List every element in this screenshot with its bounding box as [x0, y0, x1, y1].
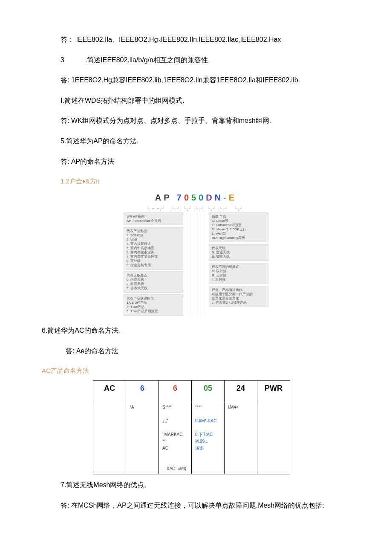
ap-left-box-3: 代表产品演进换代 1/01: 2代产品 3: 11ac产品 5: 11ac产品升… — [124, 294, 183, 316]
ac-c-0 — [93, 402, 126, 474]
ac-h-4: 24 — [225, 381, 257, 402]
ac-subheading: AC产品命名方法 — [42, 366, 350, 376]
ap-left-column: WR AP系列 AP：Enterprise 企业网 代表产品形态: 2: SOH… — [124, 212, 183, 317]
ac-h-5: PWR — [257, 381, 290, 402]
ac-c-3-text: **** 0-ffM*-KAC 8,下TtAC M.09... 遹邯 — [195, 405, 216, 450]
question-7: 7.简述无线Mesh网络的优点。 — [42, 479, 350, 491]
ap-right-column: 后缀 可选 C: Cloud云 E: Enhanced增强型 M: Mean-T… — [209, 212, 268, 317]
ac-h-0: AC — [93, 381, 126, 402]
ap-digit-5: 5 — [191, 193, 199, 202]
ac-c-1: *A — [126, 402, 159, 474]
answer-prefix: 答： — [61, 36, 74, 43]
ap-digit-7: 7 — [177, 193, 184, 202]
ac-table-row: *A S**** 九" ',MARKAC ** AC ---XAC; «MI) … — [93, 402, 290, 474]
ap-digit-0a: 0 — [184, 193, 191, 202]
question-4: I.简述在WDS拓扑结构部署中的组网模式. — [42, 95, 350, 106]
ap-right-box-3: 行业、产品演进换代 可以用于区分同一代产品的 差异化区分差异化 7: 代表第2.… — [209, 286, 268, 307]
ap-underlines: ⎿⎽⎽⏌ ⎿⏌⎿⏌⎿⏌⎿⏌⎿⏌ ⎿⏌ — [124, 205, 268, 211]
ap-dash: - — [223, 193, 229, 202]
ap-naming-diagram: AP 7050DN-E ⎿⎽⎽⏌ ⎿⏌⎿⏌⎿⏌⎿⏌⎿⏌ ⎿⏌ WR AP系列 A… — [124, 191, 268, 317]
question-5: 5.简述华为AP的命名方法. — [42, 136, 350, 147]
ap-right-box-1: 代表天线 N: 普通天线 S: 智能天线 — [209, 244, 268, 261]
ac-h-1: 6 — [126, 381, 159, 402]
ap-letter-e: E — [229, 193, 237, 202]
ac-c-5 — [257, 402, 290, 474]
answer-5: 答: AP的命名方法 — [42, 156, 350, 167]
question-3: 3 .简述IEEE802.lla/b/g/n相互之间的兼容性. — [42, 55, 350, 66]
document-page: 答： IEEE802.Ila、IEEE8O2.HgₓIEEE802.Iln.IE… — [0, 0, 392, 555]
ac-h-3: 05 — [192, 381, 225, 402]
q3-number: 3 — [61, 56, 64, 64]
ap-title: AP 7050DN-E — [124, 191, 268, 204]
ac-c-3: **** 0-ffM*-KAC 8,下TtAC M.09... 遹邯 — [192, 402, 225, 474]
answer-standards: 答： IEEE802.Ila、IEEE8O2.HgₓIEEE802.Iln.IE… — [42, 34, 350, 45]
answer-7: 答: 在MCSh网络，AP之间通过无线连接，可以解决单点故障问题.Mesh网络的… — [42, 500, 350, 511]
standards-list: IEEE802.Ila、IEEE8O2.HgₓIEEE802.Iln.IEEE8… — [76, 36, 281, 43]
ac-table-header-row: AC 6 6 05 24 PWR — [93, 381, 290, 402]
ap-letter-p: P — [164, 193, 172, 202]
ap-letter-n: N — [215, 193, 223, 202]
ap-right-box-2: 代表不同的射频式 D: 双射频 S: 三射频 T: 三射频 — [209, 263, 268, 284]
answer-3: 答: 1EEE8O2.Hg兼容IEEE802.lib,1EEE8O2.Iln兼容… — [42, 75, 350, 86]
ac-naming-table: AC 6 6 05 24 PWR *A S**** 九" ',MARKAC **… — [93, 380, 290, 474]
ap-space — [172, 193, 177, 202]
ap-letter-d: D — [206, 193, 214, 202]
ap-digit-0b: 0 — [199, 193, 206, 202]
ap-connector-lines — [187, 212, 205, 317]
ac-h-2: 6 — [159, 381, 192, 402]
ap-left-box-0: WR AP系列 AP：Enterprise 企业网 — [124, 212, 183, 225]
ap-right-box-0: 后缀 可选 C: Cloud云 E: Enhanced增强型 M: Mean-T… — [209, 212, 268, 242]
answer-4: 答: WK组网模式分为点对点、点对多点、手拉手、背靠背和mesh组网. — [42, 115, 350, 126]
q3-text: .简述IEEE802.lla/b/g/n相互之间的兼容性. — [85, 56, 210, 64]
ap-left-box-2: 代表设备形态 0: 内置天线 3: 外置天线 5: 分布式天线 — [124, 271, 183, 293]
ac-c-4: i.M4< — [225, 402, 257, 474]
answer-6: 答: Ae的命名方法 — [42, 346, 350, 357]
ap-left-box-1: 代表产品形态: 2: SOHO级 3: Wall 4: 室内放装接入 5: 室内… — [124, 227, 183, 270]
ap-subheading: 1.2户金♦&方it — [42, 176, 350, 186]
question-6: 6.简述华为AC的命名方法. — [42, 325, 350, 336]
ap-letter-a: A — [155, 193, 164, 202]
ac-c-2: S**** 九" ',MARKAC ** AC ---XAC; «MI) — [159, 402, 192, 474]
